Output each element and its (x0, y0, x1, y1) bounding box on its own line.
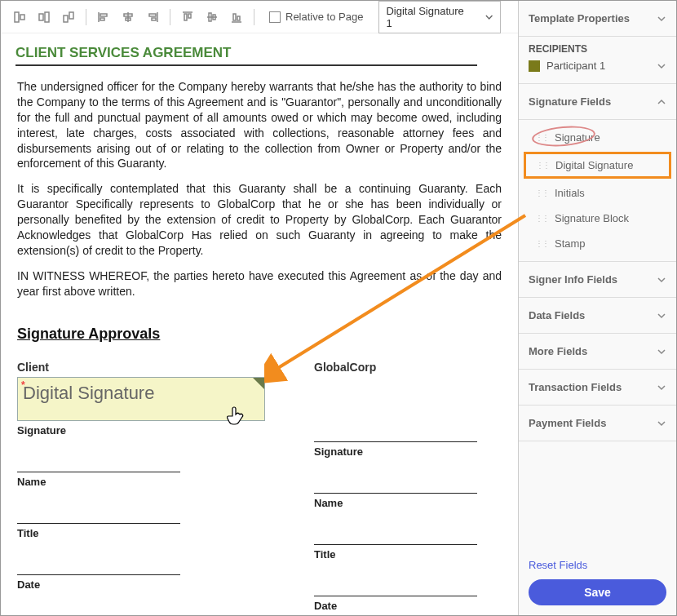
svg-rect-23 (237, 16, 240, 20)
signature-line-2[interactable] (314, 424, 477, 442)
title-line-2[interactable] (314, 527, 477, 545)
digital-signature-field[interactable]: * Digital Signature (17, 377, 265, 421)
title-line[interactable] (17, 506, 180, 524)
transaction-fields-section[interactable]: Transaction Fields (519, 370, 676, 405)
date-line[interactable] (17, 557, 180, 575)
date-label-2: Date (314, 600, 502, 612)
payment-fields-section[interactable]: Payment Fields (519, 405, 676, 441)
relative-to-page-toggle[interactable]: Relative to Page (269, 11, 363, 23)
document-area: CLIENT SERVICES AGREEMENT The undersigne… (1, 33, 518, 615)
signer-info-section[interactable]: Signer Info Fields (519, 262, 676, 298)
field-initials[interactable]: ⋮⋮ Initials (519, 180, 676, 206)
svg-rect-2 (39, 14, 43, 20)
date-line-2[interactable] (314, 578, 477, 596)
divider (254, 9, 254, 25)
svg-rect-14 (152, 18, 156, 20)
align-tool-1[interactable] (9, 7, 30, 28)
recipients-section: RECIPIENTS Participant 1 (519, 37, 676, 84)
chevron-down-icon (485, 12, 493, 22)
align-right-icon[interactable] (142, 7, 163, 28)
divider (170, 9, 170, 25)
title-label: Title (17, 527, 265, 539)
toolbar: Relative to Page Digital Signature 1 (1, 1, 518, 33)
paragraph-1: The undersigned officer for the Company … (17, 79, 502, 171)
signature-fields-section[interactable]: Signature Fields (519, 84, 676, 120)
title-label-2: Title (314, 548, 502, 561)
required-asterisk: * (21, 379, 25, 391)
recipients-heading: RECIPIENTS (529, 43, 666, 55)
chevron-down-icon (657, 61, 666, 71)
drag-icon: ⋮⋮ (536, 161, 549, 170)
data-fields-section[interactable]: Data Fields (519, 298, 676, 334)
chevron-down-icon (657, 347, 666, 357)
save-button[interactable]: Save (529, 579, 666, 605)
svg-rect-0 (15, 12, 19, 22)
field-stamp[interactable]: ⋮⋮ Stamp (519, 231, 676, 256)
drag-icon: ⋮⋮ (535, 188, 548, 197)
chevron-up-icon (657, 97, 666, 107)
svg-rect-8 (100, 18, 104, 20)
signature-label: Signature (17, 424, 265, 437)
paragraph-3: IN WITNESS WHEREOF, the parties hereto h… (17, 268, 502, 299)
svg-rect-22 (233, 14, 236, 20)
chevron-down-icon (657, 14, 666, 24)
signature-label-2: Signature (314, 445, 502, 458)
more-fields-section[interactable]: More Fields (519, 334, 676, 370)
sig-placeholder: Digital Signature (23, 383, 154, 403)
field-signature-block[interactable]: ⋮⋮ Signature Block (519, 206, 676, 231)
align-center-icon[interactable] (117, 7, 139, 28)
drag-icon: ⋮⋮ (535, 239, 548, 248)
field-digital-signature[interactable]: ⋮⋮ Digital Signature (524, 152, 671, 179)
svg-rect-17 (188, 14, 191, 18)
field-signature[interactable]: ⋮⋮ Signature (519, 125, 676, 150)
reset-fields-link[interactable]: Reset Fields (529, 559, 666, 571)
svg-rect-13 (149, 14, 156, 16)
name-label-2: Name (314, 497, 502, 509)
svg-rect-4 (64, 16, 68, 22)
signature-approvals-heading: Signature Approvals (17, 326, 502, 343)
paragraph-2: It is specifically contemplated that thi… (17, 181, 502, 258)
chevron-down-icon (657, 311, 666, 321)
align-top-icon[interactable] (177, 7, 198, 28)
right-panel: Template Properties RECIPIENTS Participa… (518, 1, 676, 615)
name-label: Name (17, 476, 265, 488)
template-properties-section[interactable]: Template Properties (519, 1, 676, 37)
participant-marker (529, 60, 540, 72)
svg-rect-1 (20, 15, 24, 20)
relative-label: Relative to Page (285, 11, 363, 23)
participant-row[interactable]: Participant 1 (529, 60, 666, 72)
divider (86, 9, 86, 25)
chevron-down-icon (657, 419, 666, 428)
chevron-down-icon (657, 275, 666, 285)
svg-rect-7 (100, 14, 107, 16)
drag-icon: ⋮⋮ (535, 133, 548, 142)
doc-title: CLIENT SERVICES AGREEMENT (15, 43, 477, 66)
globalcorp-label: GlobalCorp (314, 361, 502, 374)
checkbox-icon (269, 11, 281, 23)
select-value: Digital Signature 1 (386, 5, 468, 29)
client-label: Client (17, 361, 265, 374)
align-tool-3[interactable] (58, 7, 79, 28)
chevron-down-icon (657, 383, 666, 392)
name-line[interactable] (17, 454, 180, 472)
align-left-icon[interactable] (93, 7, 114, 28)
drag-icon: ⋮⋮ (535, 214, 548, 223)
svg-rect-5 (69, 12, 73, 19)
svg-rect-16 (184, 14, 187, 20)
align-tool-2[interactable] (33, 7, 55, 28)
svg-rect-3 (45, 12, 49, 22)
date-label: Date (17, 578, 265, 591)
name-line-2[interactable] (314, 476, 477, 494)
align-bottom-icon[interactable] (226, 7, 247, 28)
align-middle-icon[interactable] (201, 7, 223, 28)
signature-select[interactable]: Digital Signature 1 (378, 1, 501, 33)
corner-icon (253, 378, 264, 389)
